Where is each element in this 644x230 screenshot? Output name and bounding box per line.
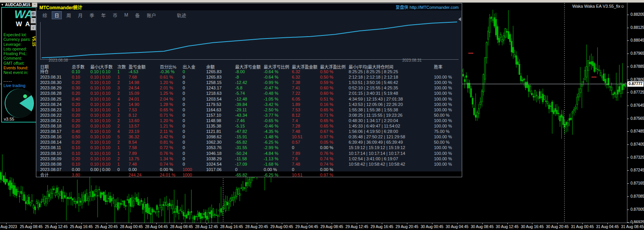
- cell-minmax-lots: 0.10 | 0.10: [90, 134, 117, 139]
- stats-brand-link[interactable]: 复盘侠 http://MTCommander.com: [396, 4, 459, 10]
- ea-side-button[interactable]: 移: [31, 11, 36, 17]
- table-row[interactable]: 2023.08.250.400.10 | 0.10424.012.04 %012…: [36, 96, 462, 102]
- cell-inout: 1000: [183, 172, 206, 177]
- minimize-button[interactable]: −: [32, 2, 37, 7]
- menu-月[interactable]: 月: [76, 12, 85, 19]
- cell-max-up-amt: 7.28: [292, 123, 320, 129]
- cell-max-dd-amt: -39.84: [235, 102, 264, 107]
- table-row[interactable]: 2023.08.310.100.10 | 0.1017.680.61 %0126…: [36, 74, 462, 80]
- menu-M[interactable]: M: [122, 12, 130, 18]
- cell-max-dd-pct: -0.46 %: [264, 123, 292, 129]
- cell-pct: 1.20 %: [160, 118, 183, 123]
- cell-max-dd-pct: -1.48 %: [264, 134, 292, 139]
- cell-win-rate: 100.00 %: [434, 102, 462, 107]
- cell-max-dd-amt: -47.82: [235, 129, 264, 134]
- cell-minmax-lots: 0.10 | 0.10: [90, 107, 117, 112]
- cell-total-lots: 0.00: [72, 167, 90, 172]
- table-row[interactable]: 2023.08.160.500.10 | 0.10536.323.42 %010…: [36, 134, 462, 139]
- table-row[interactable]: 2023.08.300.200.10 | 0.10214.981.20 %012…: [36, 80, 462, 85]
- table-row[interactable]: 2023.08.100.100.10 | 0.1017.890.76 %0104…: [36, 151, 462, 156]
- menu-综[interactable]: 综: [40, 12, 49, 19]
- time-tick-label: 30 Aug 16:45: [521, 225, 544, 229]
- table-row[interactable]: 2023.08.220.200.10 | 0.1028.120.71 %0115…: [36, 112, 462, 118]
- cell-count: 1: [117, 161, 129, 167]
- menu-季[interactable]: 季: [87, 12, 97, 19]
- cell-minmax-lots: 0.10 | 0.10: [90, 145, 117, 150]
- cell-inout: 0: [183, 91, 206, 96]
- cell-total-lots: 0.20: [72, 139, 90, 145]
- menu-账户[interactable]: 账户: [144, 12, 158, 19]
- table-row[interactable]: 2023.08.230.100.10 | 0.1017.530.65 %0116…: [36, 107, 462, 112]
- time-tick-label: 30 Aug 04:45: [446, 225, 468, 229]
- time-tick: [582, 223, 583, 224]
- price-tick-label: 0.87645: [630, 103, 644, 107]
- menu-年[interactable]: 年: [99, 12, 108, 19]
- cell-pct: 1.20 %: [160, 80, 183, 85]
- time-tick: [532, 223, 532, 224]
- cell-max-up-pct: 0.76 %: [320, 151, 349, 156]
- cell-pct: 2.01 %: [160, 85, 183, 91]
- ea-circle-logo: [3, 87, 36, 118]
- cell-max-up-pct: 0.97 %: [320, 134, 349, 139]
- cell-date: 2023.08.23: [40, 107, 72, 112]
- table-row[interactable]: 2023.08.090.200.10 | 0.10213.751.34 %010…: [36, 156, 462, 161]
- cell-count: 1: [117, 107, 129, 112]
- cell-balance: 1121.81: [206, 129, 235, 134]
- table-row[interactable]: 2023.08.290.300.10 | 0.10324.542.01 %012…: [36, 85, 462, 91]
- cell-max-up-pct: 0.05 %: [320, 139, 349, 145]
- cell-total-lots: 0.40: [72, 129, 90, 134]
- cell-date: 2023.08.22: [40, 112, 72, 118]
- cell-inout: 0: [183, 129, 206, 134]
- ea-version-label: v3.55: [4, 117, 14, 121]
- menu-备[interactable]: 备: [133, 12, 142, 19]
- table-row[interactable]: 2023.08.170.400.10 | 0.10423.192.11 %011…: [36, 129, 462, 134]
- cell-minmax-lots: 0.10 | 0.10: [90, 161, 117, 167]
- cell-pnl: 7.58: [129, 145, 160, 150]
- cell-date: 2023.08.30: [40, 80, 72, 85]
- time-tick: [307, 223, 307, 224]
- cell-max-dd-pct: -6.25 %: [264, 139, 292, 145]
- mtcommander-stats-window[interactable]: MTCommander统计 复盘侠 http://MTCommander.com…: [36, 3, 462, 177]
- table-row[interactable]: 2023.08.140.200.10 | 0.1028.540.81 %0106…: [36, 139, 462, 145]
- cell-total-lots: 0.20: [72, 156, 90, 161]
- cell-win-rate: 100.00 %: [434, 134, 462, 139]
- table-row[interactable]: 2023.08.070.000.00 | 0.0000.000.00 %1000…: [36, 167, 462, 172]
- price-tick-label: 0.88045: [630, 38, 644, 42]
- ea-side-button[interactable]: ?: [31, 18, 36, 24]
- symbol-chip[interactable]: ▼ AUDCAD,M15 −: [1, 2, 37, 7]
- table-row[interactable]: 2023.08.110.100.10 | 0.1017.580.72 %0105…: [36, 145, 462, 150]
- price-tick-label: 0.88205: [630, 12, 644, 17]
- cell-win-rate: 100.00 %: [434, 156, 462, 161]
- cell-hold-time: 0:35:48 | 27:50:22 | 121:29:58: [349, 134, 434, 139]
- cell-hold-time: 2:12:18 | 2:12:18 | 2:12:18: [349, 74, 434, 80]
- collapse-arrow-icon[interactable]: [458, 17, 461, 21]
- cell-win-rate: 100.00 %: [434, 161, 462, 167]
- table-row[interactable]: 2023.08.210.200.10 | 0.10213.601.20 %011…: [36, 118, 462, 123]
- time-tick-label: 29 Aug 08:45: [320, 225, 343, 229]
- table-summary-row[interactable]: 合计3.80244.2424.01 %1000-65.82-6.25 %10.5…: [36, 172, 462, 177]
- menu-周[interactable]: 周: [64, 12, 73, 19]
- cell-total-lots: 0.20: [72, 80, 90, 85]
- table-row[interactable]: 2023.08.240.200.10 | 0.10214.901.28 %011…: [36, 102, 462, 107]
- menu-轨迹[interactable]: 轨迹: [175, 12, 188, 19]
- ea-side-button[interactable]: √: [31, 25, 36, 30]
- menu-币[interactable]: 币: [110, 12, 120, 19]
- table-row[interactable]: 2023.08.280.200.10 | 0.10215.091.25 %012…: [36, 91, 462, 96]
- price-axis[interactable]: 0.882050.881250.880450.879650.878850.878…: [627, 2, 644, 223]
- menu-日[interactable]: 日: [52, 11, 62, 19]
- price-tick-label: 0.87565: [630, 116, 644, 121]
- table-row[interactable]: 2023.08.180.200.10 | 0.10213.571.21 %011…: [36, 123, 462, 129]
- window-top-strip: [0, 0, 644, 3]
- table-row[interactable]: 持仓0.100.10 | 0.101-4.53-0.36 %01265.83-8…: [36, 69, 462, 74]
- cell-hold-time: 0:48:30 | 1:34:17 | 2:20:04: [349, 118, 434, 123]
- time-axis[interactable]: 25 Aug 202325 Aug 08:4525 Aug 12:4525 Au…: [0, 223, 644, 230]
- time-tick: [557, 223, 558, 224]
- time-tick: [382, 223, 382, 224]
- cell-total-lots: 0.20: [72, 118, 90, 123]
- cell-inout: 0: [183, 85, 206, 91]
- stats-titlebar[interactable]: MTCommander统计 复盘侠 http://MTCommander.com: [36, 3, 462, 10]
- time-tick-label: 25 Aug 20:45: [95, 225, 118, 229]
- time-tick-label: 28 Aug 16:45: [220, 225, 243, 229]
- table-row[interactable]: 2023.08.080.100.10 | 0.1017.480.74 %0102…: [36, 161, 462, 167]
- cell-inout: 0: [183, 139, 206, 145]
